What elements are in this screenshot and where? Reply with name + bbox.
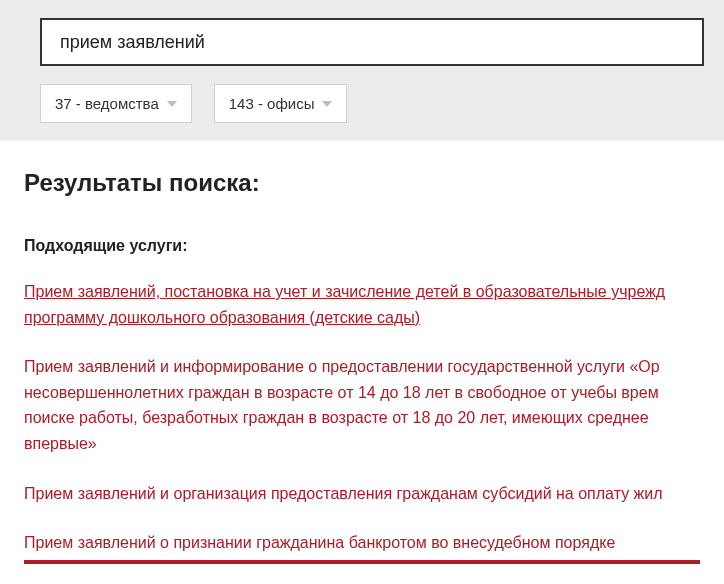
search-area: 37 - ведомства 143 - офисы — [0, 0, 724, 141]
results-title: Результаты поиска: — [24, 169, 700, 197]
filter-offices[interactable]: 143 - офисы — [214, 84, 348, 123]
filters-row: 37 - ведомства 143 - офисы — [40, 84, 704, 123]
filter-offices-label: 143 - офисы — [229, 95, 315, 112]
filter-departments-label: 37 - ведомства — [55, 95, 159, 112]
result-link-1[interactable]: Прием заявлений, постановка на учет и за… — [24, 279, 700, 330]
results-subtitle: Подходящие услуги: — [24, 237, 700, 255]
chevron-down-icon — [167, 101, 177, 107]
result-link-3[interactable]: Прием заявлений и организация предоставл… — [24, 481, 700, 507]
result-link-4[interactable]: Прием заявлений о признании гражданина б… — [24, 530, 700, 564]
result-link-2[interactable]: Прием заявлений и информирование о предо… — [24, 354, 700, 456]
filter-departments[interactable]: 37 - ведомства — [40, 84, 192, 123]
content: Результаты поиска: Подходящие услуги: Пр… — [0, 141, 724, 574]
chevron-down-icon — [322, 101, 332, 107]
search-input[interactable] — [40, 18, 704, 66]
